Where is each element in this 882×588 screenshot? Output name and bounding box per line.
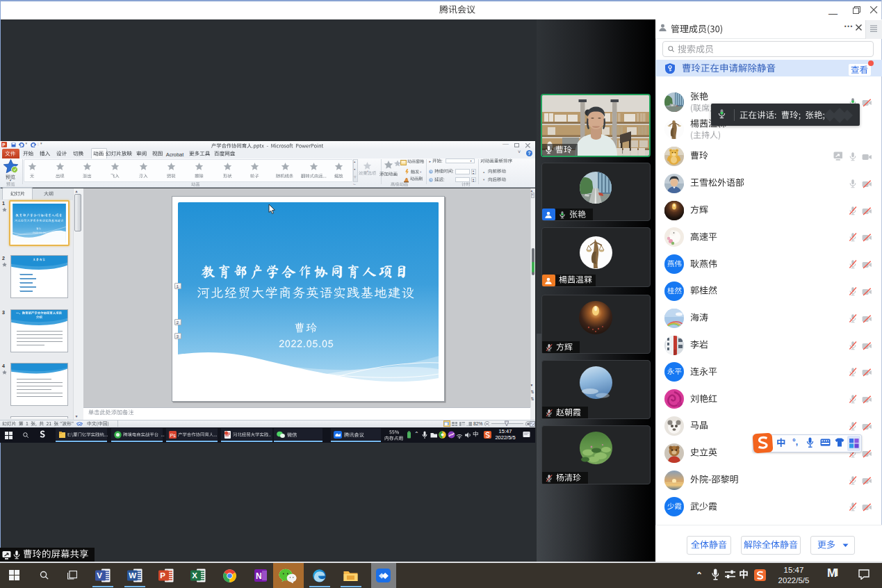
svg-text:V: V xyxy=(97,571,102,580)
svg-text:W: W xyxy=(129,571,136,580)
svg-text:N: N xyxy=(256,571,262,581)
svg-text:P: P xyxy=(160,571,165,580)
svg-text:X: X xyxy=(192,571,197,580)
svg-text:Ps: Ps xyxy=(170,432,177,437)
